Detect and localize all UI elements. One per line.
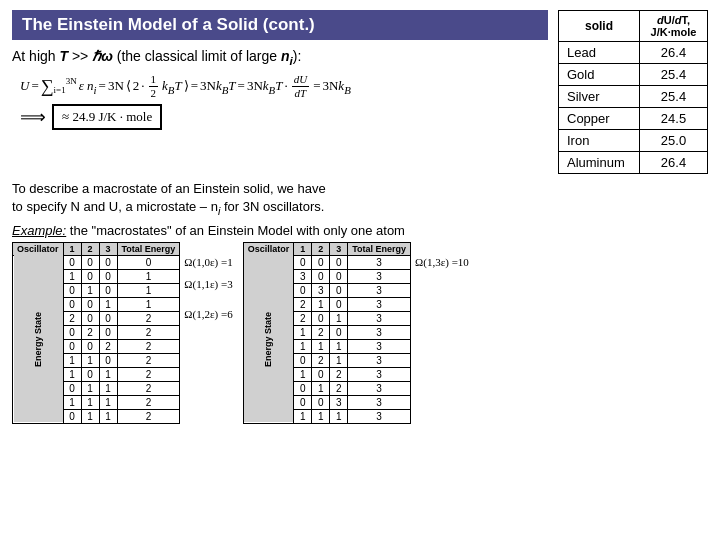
table-row: Iron	[559, 130, 640, 152]
tables-row: Oscillator123Total EnergyEnergy State000…	[12, 242, 708, 424]
col-header-solid: solid	[559, 11, 640, 42]
example-section: Example: the "macrostates" of an Einstei…	[0, 221, 720, 428]
table-row: Aluminum	[559, 152, 640, 174]
col-header-dudt: dU/dT,J/K·mole	[639, 11, 707, 42]
table-row: Lead	[559, 42, 640, 64]
subtitle-text: At high T >> ℏω (the classical limit of …	[12, 48, 548, 67]
properties-table: solid dU/dT,J/K·mole Lead26.4Gold25.4Sil…	[558, 10, 708, 174]
properties-table-wrapper: solid dU/dT,J/K·mole Lead26.4Gold25.4Sil…	[558, 10, 708, 174]
omega-label-2: Ω(1,1ε) =3	[184, 278, 232, 290]
right-example-table: Oscillator123Total EnergyEnergy State000…	[243, 242, 411, 424]
result-line: ⟹ ≈ 24.9 J/K · mole	[20, 104, 548, 130]
page-title: The Einstein Model of a Solid (cont.)	[12, 10, 548, 40]
omega-label-4: Ω(1,3ε) =10	[415, 256, 469, 268]
table-row: Gold	[559, 64, 640, 86]
table-row: Copper	[559, 108, 640, 130]
left-example-table: Oscillator123Total EnergyEnergy State000…	[12, 242, 180, 424]
description-block: To describe a macrostate of an Einstein …	[0, 174, 720, 221]
result-box: ≈ 24.9 J/K · mole	[52, 104, 162, 130]
omega-label-1: Ω(1,0ε) =1	[184, 256, 232, 268]
formula-block: U = ∑i=13N ε ni = 3N ⟨ 2 · 12 kBT ⟩ = 3N…	[20, 73, 548, 100]
example-title: Example: the "macrostates" of an Einstei…	[12, 223, 708, 238]
table-row: Silver	[559, 86, 640, 108]
omega-label-3: Ω(1,2ε) =6	[184, 308, 232, 320]
